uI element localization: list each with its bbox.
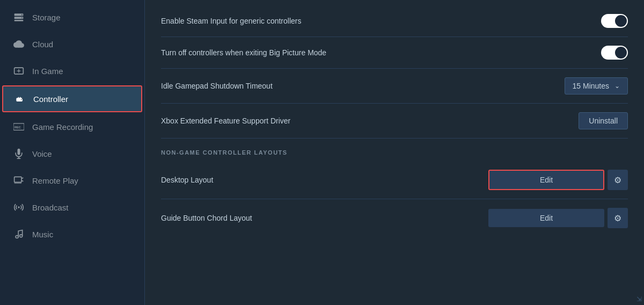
sidebar-item-label: Cloud: [32, 40, 53, 49]
setting-label: Idle Gamepad Shutdown Timeout: [161, 82, 565, 90]
setting-label: Turn off controllers when exiting Big Pi…: [161, 48, 601, 57]
main-content: Enable Steam Input for generic controlle…: [145, 0, 644, 305]
sidebar-item-label: Game Recording: [32, 122, 93, 132]
sidebar-item-label: In Game: [32, 67, 63, 76]
toggle-knob: [615, 47, 627, 59]
sidebar-item-game-recording[interactable]: REC Game Recording: [2, 114, 142, 139]
svg-point-3: [21, 14, 23, 16]
sidebar-item-broadcast[interactable]: Broadcast: [2, 195, 142, 220]
setting-turn-off-controllers: Turn off controllers when exiting Big Pi…: [161, 37, 628, 69]
sidebar: Storage Cloud In Game C: [0, 0, 145, 305]
dropdown-value: 15 Minutes: [573, 82, 609, 90]
toggle-generic-controllers[interactable]: [601, 14, 628, 28]
sidebar-item-label: Storage: [32, 13, 61, 22]
edit-desktop-layout-button[interactable]: Edit: [488, 170, 604, 190]
in-game-icon: [13, 65, 25, 77]
sidebar-item-remote-play[interactable]: Remote Play: [2, 168, 142, 193]
broadcast-icon: [13, 201, 25, 213]
sidebar-item-cloud[interactable]: Cloud: [2, 32, 142, 56]
chevron-down-icon: ⌄: [614, 82, 620, 90]
sidebar-item-label: Voice: [32, 149, 52, 158]
storage-icon: [13, 11, 25, 23]
svg-point-7: [21, 99, 22, 100]
sidebar-item-label: Remote Play: [32, 176, 78, 185]
setting-label: Guide Button Chord Layout: [161, 214, 488, 222]
sidebar-item-music[interactable]: Music: [2, 222, 142, 246]
sidebar-item-controller[interactable]: Controller: [2, 85, 142, 112]
voice-icon: [13, 148, 25, 159]
setting-generic-controllers: Enable Steam Input for generic controlle…: [161, 5, 628, 37]
svg-rect-2: [14, 20, 24, 21]
svg-point-17: [18, 206, 19, 208]
music-icon: [13, 228, 25, 240]
settings-list: Enable Steam Input for generic controlle…: [145, 0, 644, 242]
setting-label: Enable Steam Input for generic controlle…: [161, 17, 601, 25]
edit-group-guide: Edit ⚙: [488, 208, 628, 228]
cloud-icon: [13, 38, 25, 50]
rec-icon: REC: [13, 121, 25, 133]
setting-guide-button-layout: Guide Button Chord Layout Edit ⚙: [161, 199, 628, 237]
setting-label: Xbox Extended Feature Support Driver: [161, 117, 579, 125]
svg-text:REC: REC: [14, 126, 21, 129]
gear-icon: ⚙: [614, 175, 621, 185]
sidebar-item-label: Broadcast: [32, 203, 69, 212]
controller-icon: [14, 93, 26, 105]
resize-handle: ⇲: [636, 295, 642, 303]
sidebar-item-label: Controller: [33, 95, 68, 104]
svg-point-8: [22, 98, 23, 99]
idle-timeout-dropdown[interactable]: 15 Minutes ⌄: [565, 77, 628, 95]
setting-label: Desktop Layout: [161, 176, 488, 184]
gear-guide-layout-button[interactable]: ⚙: [608, 208, 628, 228]
edit-guide-layout-button[interactable]: Edit: [488, 209, 604, 227]
svg-point-4: [21, 17, 23, 18]
svg-rect-13: [14, 177, 21, 182]
sidebar-item-voice[interactable]: Voice: [2, 141, 142, 166]
gear-icon: ⚙: [614, 213, 621, 223]
uninstall-button[interactable]: Uninstall: [579, 112, 628, 129]
sidebar-item-storage[interactable]: Storage: [2, 5, 142, 30]
setting-xbox-driver: Xbox Extended Feature Support Driver Uni…: [161, 104, 628, 139]
setting-desktop-layout: Desktop Layout Edit ⚙: [161, 161, 628, 199]
section-header-non-game: NON-GAME CONTROLLER LAYOUTS: [161, 139, 628, 161]
toggle-turn-off[interactable]: [601, 46, 628, 60]
sidebar-item-in-game[interactable]: In Game: [2, 59, 142, 83]
gear-desktop-layout-button[interactable]: ⚙: [608, 170, 628, 190]
setting-idle-gamepad: Idle Gamepad Shutdown Timeout 15 Minutes…: [161, 69, 628, 104]
sidebar-item-label: Music: [32, 230, 53, 239]
remote-play-icon: [13, 175, 25, 186]
toggle-knob: [615, 15, 627, 27]
edit-group-desktop: Edit ⚙: [488, 170, 628, 190]
